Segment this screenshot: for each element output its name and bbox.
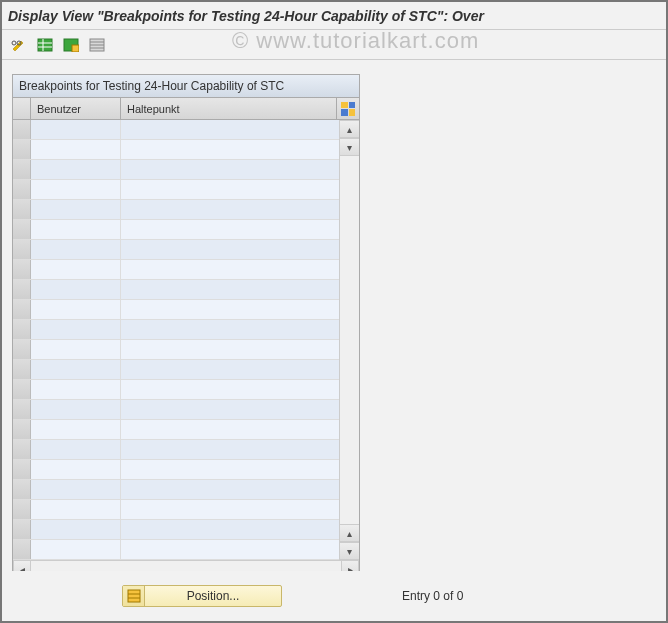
row-selector[interactable] [13,460,31,479]
table-row[interactable] [13,140,339,160]
table-view-button[interactable] [86,35,108,55]
cell-user[interactable] [31,480,121,499]
cell-user[interactable] [31,460,121,479]
cell-user[interactable] [31,320,121,339]
cell-breakpoint[interactable] [121,540,339,559]
row-selector[interactable] [13,300,31,319]
row-selector[interactable] [13,420,31,439]
scroll-up-step-button[interactable]: ▾ [340,138,359,156]
row-selector[interactable] [13,320,31,339]
column-header-user[interactable]: Benutzer [31,98,121,119]
row-selector[interactable] [13,180,31,199]
cell-breakpoint[interactable] [121,140,339,159]
cell-user[interactable] [31,220,121,239]
cell-breakpoint[interactable] [121,120,339,139]
row-selector[interactable] [13,240,31,259]
row-selector[interactable] [13,220,31,239]
cell-breakpoint[interactable] [121,160,339,179]
cell-user[interactable] [31,180,121,199]
cell-user[interactable] [31,440,121,459]
table-row[interactable] [13,400,339,420]
row-selector[interactable] [13,140,31,159]
vertical-scrollbar[interactable]: ▴ ▾ ▴ ▾ [339,120,359,560]
row-selector[interactable] [13,340,31,359]
cell-user[interactable] [31,500,121,519]
row-selector[interactable] [13,400,31,419]
cell-user[interactable] [31,420,121,439]
cell-user[interactable] [31,240,121,259]
cell-breakpoint[interactable] [121,400,339,419]
cell-breakpoint[interactable] [121,440,339,459]
cell-user[interactable] [31,340,121,359]
cell-user[interactable] [31,200,121,219]
table-config-button[interactable] [337,98,359,119]
cell-user[interactable] [31,280,121,299]
table-row[interactable] [13,340,339,360]
table-row[interactable] [13,520,339,540]
table-row[interactable] [13,280,339,300]
table-row[interactable] [13,300,339,320]
cell-breakpoint[interactable] [121,480,339,499]
row-selector[interactable] [13,480,31,499]
table-row[interactable] [13,540,339,560]
row-selector[interactable] [13,520,31,539]
table-row[interactable] [13,240,339,260]
table-row[interactable] [13,440,339,460]
cell-breakpoint[interactable] [121,500,339,519]
row-selector[interactable] [13,280,31,299]
cell-breakpoint[interactable] [121,240,339,259]
table-row[interactable] [13,360,339,380]
cell-breakpoint[interactable] [121,260,339,279]
scroll-down-button[interactable]: ▾ [340,542,359,560]
scroll-down-step-button[interactable]: ▴ [340,524,359,542]
position-button[interactable]: Position... [122,585,282,607]
table-row[interactable] [13,180,339,200]
table-row[interactable] [13,120,339,140]
select-all-button[interactable] [34,35,56,55]
cell-breakpoint[interactable] [121,520,339,539]
table-row[interactable] [13,260,339,280]
table-row[interactable] [13,420,339,440]
table-row[interactable] [13,200,339,220]
cell-user[interactable] [31,360,121,379]
cell-breakpoint[interactable] [121,380,339,399]
cell-breakpoint[interactable] [121,220,339,239]
cell-breakpoint[interactable] [121,460,339,479]
cell-user[interactable] [31,260,121,279]
table-row[interactable] [13,380,339,400]
cell-user[interactable] [31,400,121,419]
row-selector[interactable] [13,500,31,519]
cell-user[interactable] [31,520,121,539]
cell-user[interactable] [31,540,121,559]
row-selector[interactable] [13,540,31,559]
table-row[interactable] [13,160,339,180]
deselect-all-button[interactable] [60,35,82,55]
scroll-up-button[interactable]: ▴ [340,120,359,138]
cell-breakpoint[interactable] [121,280,339,299]
table-row[interactable] [13,220,339,240]
row-selector[interactable] [13,120,31,139]
row-selector-header[interactable] [13,98,31,119]
toggle-change-mode-button[interactable] [8,35,30,55]
cell-breakpoint[interactable] [121,200,339,219]
row-selector[interactable] [13,380,31,399]
row-selector[interactable] [13,200,31,219]
cell-user[interactable] [31,120,121,139]
table-row[interactable] [13,460,339,480]
cell-breakpoint[interactable] [121,340,339,359]
cell-breakpoint[interactable] [121,420,339,439]
column-header-breakpoint[interactable]: Haltepunkt [121,98,337,119]
row-selector[interactable] [13,360,31,379]
cell-user[interactable] [31,140,121,159]
table-row[interactable] [13,500,339,520]
cell-breakpoint[interactable] [121,180,339,199]
row-selector[interactable] [13,260,31,279]
table-row[interactable] [13,480,339,500]
table-row[interactable] [13,320,339,340]
cell-user[interactable] [31,160,121,179]
cell-breakpoint[interactable] [121,300,339,319]
cell-user[interactable] [31,300,121,319]
cell-breakpoint[interactable] [121,320,339,339]
row-selector[interactable] [13,160,31,179]
row-selector[interactable] [13,440,31,459]
